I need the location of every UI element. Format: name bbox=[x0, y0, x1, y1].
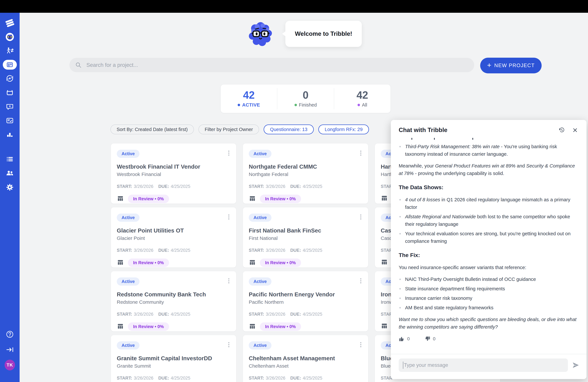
filter-chip-3[interactable]: Questionnaire: 13 bbox=[264, 125, 314, 134]
project-card[interactable]: ActiveRedstone Community Bank TechRedsto… bbox=[111, 271, 236, 332]
chat-message-input[interactable]: Type your message bbox=[399, 359, 568, 372]
start-date: 3/26/2026 bbox=[134, 248, 153, 253]
card-menu-button[interactable] bbox=[227, 341, 230, 348]
card-company: Glacier Point bbox=[117, 235, 230, 241]
project-card[interactable]: ActiveFirst National Bank FinSecFirst Na… bbox=[243, 207, 368, 268]
new-project-button[interactable]: + NEW PROJECT bbox=[480, 58, 542, 73]
chat-bullet-item: AM Best and state regulatory frameworks bbox=[399, 304, 579, 311]
due-date: 4/25/2025 bbox=[303, 248, 322, 253]
review-progress-chip: In Review • 0% bbox=[260, 195, 301, 203]
thumbs-down-icon bbox=[424, 336, 430, 342]
status-badge: Active bbox=[249, 277, 272, 286]
start-date: 3/26/2026 bbox=[266, 248, 285, 253]
grid-table-icon bbox=[249, 323, 256, 331]
review-progress-chip: In Review • 0% bbox=[128, 195, 169, 203]
sidebar-item-chat[interactable] bbox=[5, 101, 15, 112]
chat-text: NAIC Third-Party Oversight Bulletin inst… bbox=[405, 276, 536, 283]
sidebar-item-projects[interactable] bbox=[3, 60, 17, 70]
chat-history-button[interactable] bbox=[557, 126, 566, 134]
stat-all[interactable]: 42All bbox=[334, 88, 391, 109]
sidebar-item-logout[interactable] bbox=[5, 344, 15, 355]
start-label: STAR bbox=[381, 184, 393, 189]
project-card[interactable]: ActiveGlacier Point Utilities OTGlacier … bbox=[111, 207, 236, 268]
card-dates: START:3/26/2026DUE:4/25/2025 bbox=[249, 184, 362, 189]
project-card[interactable]: ActiveWestbrook Financial IT VendorWestb… bbox=[111, 143, 236, 204]
card-title: Westbrook Financial IT Vendor bbox=[117, 163, 230, 170]
stat-label-text: ACTIVE bbox=[242, 102, 260, 108]
card-title: Granite Summit Capital InvestorDD bbox=[117, 355, 230, 361]
new-project-label: NEW PROJECT bbox=[494, 63, 535, 68]
users-icon bbox=[5, 169, 14, 177]
card-menu-button[interactable] bbox=[359, 277, 362, 284]
stat-finished[interactable]: 0Finished bbox=[277, 88, 334, 109]
project-card[interactable]: ActiveGranite Summit Capital InvestorDDG… bbox=[111, 335, 236, 382]
thumbs-down-button[interactable] bbox=[424, 336, 430, 342]
bullet-dot-icon bbox=[399, 278, 401, 280]
sidebar-item-tasks[interactable] bbox=[5, 115, 15, 126]
card-menu-button[interactable] bbox=[227, 150, 230, 156]
sidebar-item-queue[interactable] bbox=[5, 154, 15, 164]
filter-chip-4[interactable]: Longform RFx: 29 bbox=[318, 125, 369, 134]
card-title: Redstone Community Bank Tech bbox=[117, 291, 230, 298]
chat-text: Third-Party Risk Management: 38% win rat… bbox=[405, 143, 579, 158]
chat-bullet-item: Insurance carrier risk taxonomy bbox=[399, 295, 579, 302]
due-label: DUE: bbox=[290, 184, 301, 189]
due-label: DUE: bbox=[290, 248, 301, 253]
stat-active[interactable]: 42ACTIVE bbox=[221, 88, 277, 109]
grid-table-icon bbox=[249, 195, 256, 203]
card-menu-button[interactable] bbox=[359, 213, 362, 220]
card-company: Cheltenham Asset bbox=[249, 363, 362, 369]
card-company: Pacific Northern bbox=[249, 299, 362, 305]
sidebar-items bbox=[0, 13, 20, 196]
send-button[interactable] bbox=[572, 361, 579, 369]
bullet-dot-icon bbox=[399, 297, 401, 299]
filter-chip-2[interactable]: Filter by Project Owner bbox=[198, 125, 259, 134]
chat-bullet-item: Your technical evaluation scores are str… bbox=[399, 230, 579, 245]
grid-table-icon bbox=[381, 322, 388, 330]
sidebar-item-handoff[interactable] bbox=[5, 46, 15, 56]
due-date: 4/25/2025 bbox=[171, 184, 190, 189]
due-label: DUE: bbox=[290, 376, 301, 381]
project-card[interactable]: ActivePacific Northern Energy VendorPaci… bbox=[243, 271, 368, 332]
message-feedback: 0 0 bbox=[399, 335, 579, 342]
card-company: First National bbox=[249, 235, 362, 241]
chat-close-button[interactable]: × bbox=[571, 126, 579, 134]
sidebar: TK bbox=[0, 13, 20, 382]
start-label: STAR bbox=[381, 248, 393, 253]
due-date: 4/25/2025 bbox=[303, 376, 322, 381]
due-date: 4/25/2025 bbox=[171, 312, 190, 317]
card-menu-button[interactable] bbox=[227, 213, 230, 220]
filter-chip-1[interactable]: Sort By: Created Date (latest first) bbox=[110, 125, 194, 134]
sidebar-item-sync[interactable] bbox=[5, 73, 15, 84]
sidebar-item-assistant[interactable] bbox=[5, 32, 15, 42]
sidebar-item-settings[interactable] bbox=[5, 182, 15, 192]
sidebar-item-help[interactable] bbox=[5, 329, 15, 340]
search-input[interactable] bbox=[86, 62, 469, 68]
sidebar-item-logo[interactable] bbox=[5, 18, 15, 28]
chat-text: AM Best and state regulatory frameworks bbox=[405, 304, 493, 311]
grid-table-icon bbox=[117, 323, 124, 331]
card-menu-button[interactable] bbox=[359, 150, 362, 156]
bullet-dot-icon bbox=[399, 146, 401, 147]
chat-text: Insurance carrier risk taxonomy bbox=[405, 295, 472, 302]
chat-paragraph: You need insurance-specific answer varia… bbox=[399, 264, 579, 271]
card-menu-button[interactable] bbox=[359, 341, 362, 348]
bullet-dot-icon bbox=[399, 199, 401, 200]
thumbs-up-button[interactable] bbox=[399, 336, 405, 342]
chat-bullet-item: NAIC Third-Party Oversight Bulletin inst… bbox=[399, 276, 579, 283]
sidebar-item-profile[interactable]: TK bbox=[5, 360, 15, 370]
review-progress-chip: In Review • 0% bbox=[260, 258, 301, 267]
bullet-dot-icon bbox=[399, 307, 401, 308]
logout-icon bbox=[5, 345, 14, 354]
card-title: Pacific Northern Energy Vendor bbox=[249, 291, 362, 298]
sidebar-item-team[interactable] bbox=[5, 168, 15, 178]
card-menu-button[interactable] bbox=[227, 277, 230, 284]
chat-input-placeholder: Type your message bbox=[404, 362, 448, 368]
card-dates: START:3/26/2026DUE:4/25/2025 bbox=[117, 312, 230, 317]
chat-text: Allstate Regional and Nationwide both lo… bbox=[405, 213, 579, 228]
sidebar-item-analytics[interactable] bbox=[5, 129, 15, 140]
project-card[interactable]: ActiveNorthgate Federal CMMCNorthgate Fe… bbox=[243, 143, 368, 204]
project-card[interactable]: ActiveCheltenham Asset ManagementChelten… bbox=[243, 335, 368, 382]
help-icon bbox=[5, 330, 14, 339]
sidebar-item-inbox[interactable] bbox=[5, 87, 15, 98]
